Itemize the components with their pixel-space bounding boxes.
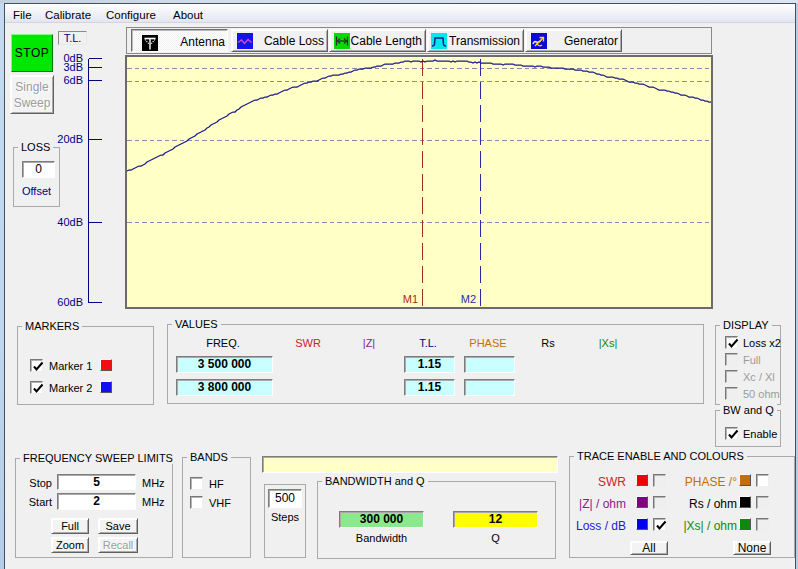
svg-text:M2: M2 — [461, 293, 476, 305]
svg-text:M1: M1 — [403, 293, 418, 305]
